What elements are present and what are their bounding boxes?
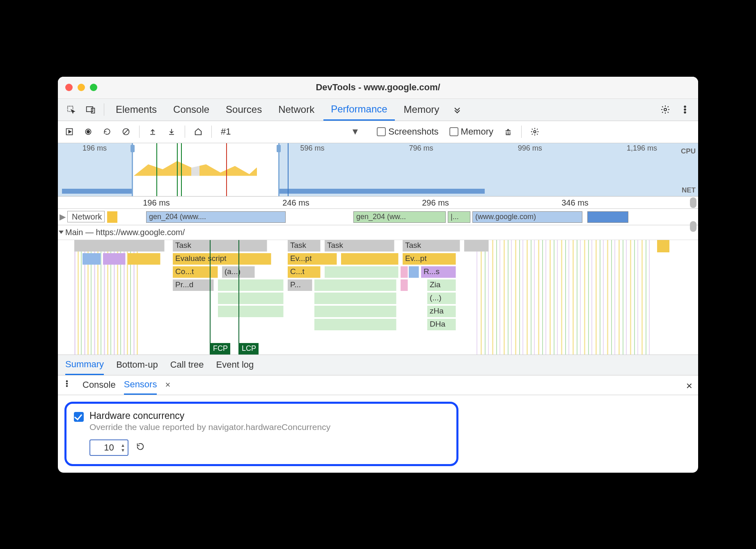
flame-chart[interactable]: Task Task Task Task Evaluate script Ev..… [58,240,698,355]
network-bar[interactable]: gen_204 (www.... [146,211,286,223]
tab-summary[interactable]: Summary [65,355,104,375]
main-tabstrip: Elements Console Sources Network Perform… [58,99,698,121]
tab-memory[interactable]: Memory [396,98,447,121]
flame-box[interactable] [657,240,669,252]
overview-activity-graph [134,160,278,176]
flame-box[interactable]: P... [288,279,312,291]
network-bar[interactable]: |... [448,211,470,223]
flame-box[interactable] [128,253,160,265]
overview-timeline[interactable]: 196 ms 396 ms 596 ms 796 ms 996 ms 1,196… [58,143,698,197]
flame-box[interactable]: (...) [427,293,456,304]
flame-box[interactable] [218,306,284,317]
svg-point-9 [87,130,90,133]
download-icon[interactable] [163,124,180,140]
close-window-icon[interactable] [65,84,73,91]
maximize-window-icon[interactable] [90,84,97,91]
checkbox-icon [449,127,458,136]
clear-icon[interactable] [118,124,134,140]
flame-task[interactable]: Task [325,240,394,252]
tick-label: 346 ms [561,198,589,208]
tab-call-tree[interactable]: Call tree [170,359,204,370]
scrollbar-thumb[interactable] [690,221,696,232]
flame-box[interactable]: Ev...pt [288,253,337,265]
screenshots-checkbox[interactable]: Screenshots [377,126,438,137]
reset-icon[interactable] [136,442,145,453]
network-bar[interactable] [107,211,117,223]
flame-box[interactable] [218,293,284,304]
flame-task[interactable]: Task [173,240,267,252]
record-icon[interactable] [80,124,96,140]
minimize-window-icon[interactable] [78,84,85,91]
scrollbar-thumb[interactable] [690,197,696,208]
network-track[interactable]: ▶ Network gen_204 (www.... gen_204 (ww..… [58,209,698,225]
settings-icon[interactable] [656,101,674,119]
hardware-concurrency-checkbox[interactable] [74,412,84,422]
flame-box[interactable] [401,279,408,291]
flame-task[interactable]: Task [403,240,460,252]
flame-box[interactable] [82,253,101,265]
flame-box[interactable]: DHa [427,319,456,330]
flame-box[interactable]: Evaluate script [173,253,271,265]
flame-box[interactable] [218,279,284,291]
flame-box[interactable] [103,253,126,265]
flame-box[interactable] [314,319,396,330]
flame-box[interactable]: Co...t [173,266,218,278]
flame-box[interactable]: zHa [427,306,456,317]
flame-box[interactable] [341,253,399,265]
tab-performance[interactable]: Performance [323,98,394,121]
close-drawer-icon[interactable]: × [686,380,692,392]
flame-box[interactable]: C...t [288,266,321,278]
close-tab-icon[interactable]: × [165,380,170,390]
tab-event-log[interactable]: Event log [216,359,254,370]
overview-side-labels: CPU NET [681,147,696,194]
capture-settings-icon[interactable] [527,124,543,140]
more-tabs-icon[interactable] [448,101,466,119]
flame-box[interactable]: Zia [427,279,456,291]
flame-box[interactable]: Pr...d [173,279,214,291]
toggle-record-button[interactable] [61,124,78,140]
inspect-element-icon[interactable] [62,101,80,119]
marker-line [156,143,157,196]
flame-box[interactable] [314,306,396,317]
collapse-icon[interactable] [59,231,64,234]
tab-sources[interactable]: Sources [218,98,269,121]
lcp-badge[interactable]: LCP [239,343,259,355]
network-bar[interactable] [587,211,628,223]
flame-box[interactable]: Ev...pt [403,253,456,265]
tab-console[interactable]: Console [166,98,217,121]
network-bar[interactable]: (www.google.com) [472,211,582,223]
reload-record-icon[interactable] [99,124,115,140]
memory-checkbox[interactable]: Memory [449,126,493,137]
flame-box[interactable]: R...s [421,266,456,278]
window-title: DevTools - www.google.com/ [58,82,698,93]
flame-box[interactable] [74,240,165,252]
svg-point-4 [684,106,686,108]
fcp-badge[interactable]: FCP [211,343,230,355]
number-stepper-icon[interactable]: ▲▼ [121,443,125,453]
hardware-concurrency-input[interactable]: 10 ▲▼ [89,439,128,456]
flame-box[interactable] [409,266,419,278]
device-toolbar-icon[interactable] [82,101,100,119]
flame-box[interactable] [464,240,489,252]
upload-icon[interactable] [144,124,161,140]
main-thread-label-row[interactable]: Main — https://www.google.com/ [58,225,698,240]
recording-selector[interactable]: #1 [217,126,231,137]
home-icon[interactable] [190,124,206,140]
tab-elements[interactable]: Elements [108,98,164,121]
network-bar[interactable]: gen_204 (ww... [353,211,446,223]
flame-task[interactable]: Task [288,240,321,252]
flame-box[interactable] [325,266,399,278]
collect-garbage-icon[interactable] [500,124,516,140]
kebab-menu-icon[interactable] [63,380,74,390]
overview-selection-window[interactable] [132,143,279,196]
flame-box[interactable] [401,266,408,278]
drawer-tab-sensors[interactable]: Sensors [124,375,157,395]
expand-icon[interactable]: ▶ [60,212,66,222]
flame-box[interactable] [314,293,396,304]
kebab-menu-icon[interactable] [676,101,694,119]
tab-network[interactable]: Network [271,98,322,121]
dropdown-chevron-icon[interactable]: ▼ [351,126,360,137]
tab-bottom-up[interactable]: Bottom-up [116,359,158,370]
flame-box[interactable] [314,279,396,291]
drawer-tab-console[interactable]: Console [82,375,116,395]
